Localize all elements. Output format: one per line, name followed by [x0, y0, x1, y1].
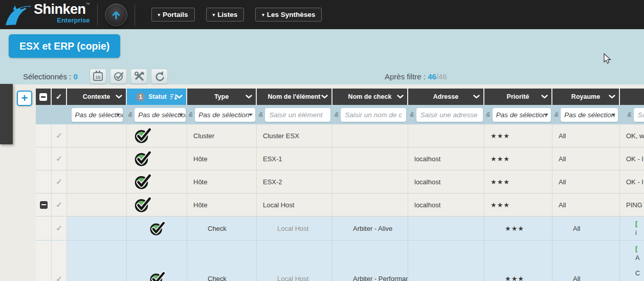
header-contexte[interactable]: Contexte: [67, 89, 127, 105]
validate-button[interactable]: [110, 69, 127, 84]
cell-output: OK - I: [620, 170, 644, 193]
cell-royaume: All: [552, 193, 620, 217]
check-icon: ✓: [56, 154, 62, 163]
tools-icon: [134, 71, 145, 82]
element-filter-input[interactable]: [265, 108, 330, 122]
row-select[interactable]: ✓: [52, 241, 67, 281]
table-row[interactable]: ✓ Hôte Local Host localhost ★★★ All PING: [36, 193, 644, 217]
menu-label: Les Synthèses: [267, 11, 316, 18]
header-collapse-all[interactable]: [36, 89, 52, 105]
row-select[interactable]: ✓: [52, 193, 67, 217]
header-select-all[interactable]: ✓: [52, 89, 67, 105]
header-statut[interactable]: 1 Statut: [127, 89, 187, 105]
cell-type: Hôte: [187, 147, 257, 170]
selection-toolbar: Sélectionnés : 0 15: [23, 68, 637, 85]
output-filter-input[interactable]: [634, 108, 644, 122]
cell-output: PING: [620, 193, 644, 217]
cell-element-name: Local Host: [257, 241, 332, 281]
cell-check-name: [332, 147, 408, 170]
check-filter-input[interactable]: [341, 108, 406, 122]
cell-adresse: localhost: [408, 170, 484, 193]
menu-label: Listes: [217, 11, 237, 18]
cell-check-name: Arbiter - Performance: [332, 241, 408, 281]
menu-portails[interactable]: ▾Portails: [151, 8, 195, 21]
royaume-filter-select[interactable]: Pas de sélection: [561, 108, 618, 122]
status-ok-icon: [134, 150, 151, 167]
chevron-down-icon: [541, 95, 548, 99]
cell-element-name: ESX-2: [257, 170, 332, 193]
caret-down-icon: ▾: [262, 12, 264, 17]
row-select[interactable]: ✓: [52, 147, 67, 170]
cell-royaume: All: [552, 170, 620, 193]
cell-adresse: [408, 241, 484, 281]
topbar-divider: [135, 4, 135, 26]
header-output[interactable]: [620, 89, 644, 105]
brand-logo[interactable]: Shinken™ Enterprise: [3, 3, 90, 27]
status-ok-icon: [149, 271, 165, 281]
undo-button[interactable]: [151, 69, 168, 84]
table-row[interactable]: ✓ Hôte ESX-1 localhost ★★★ All OK - I: [36, 147, 644, 170]
check-icon: ✓: [56, 200, 62, 209]
table-row[interactable]: ✓ Hôte ESX-2 localhost ★★★ All OK - I: [36, 170, 644, 193]
type-filter-select[interactable]: Pas de sélection: [195, 108, 255, 122]
cell-element-name: Local Host: [257, 193, 332, 217]
table-row[interactable]: ✓ Cluster Cluster ESX ★★★ All OK, w: [36, 124, 644, 147]
priorite-filter-select[interactable]: Pas de sélection: [493, 108, 551, 122]
cell-element-name: ESX-1: [257, 147, 332, 170]
check-icon: ✓: [56, 92, 62, 101]
tools-button[interactable]: [130, 69, 147, 84]
cell-element-name: Local Host: [257, 217, 332, 241]
contexte-filter-select[interactable]: Pas de sélection: [72, 108, 123, 122]
dropdown-caret-icon: [249, 114, 253, 116]
header-element[interactable]: Nom de l'élément: [257, 89, 332, 105]
cell-type: Hôte: [187, 193, 257, 217]
chevron-down-icon: [176, 95, 183, 99]
shinken-logo-icon: [3, 3, 33, 27]
row-select[interactable]: ✓: [52, 124, 67, 147]
cell-priorite: ★★★: [484, 217, 552, 241]
chevron-down-icon: [609, 95, 615, 99]
row-select[interactable]: ✓: [52, 170, 67, 193]
cell-priorite: ★★★: [484, 193, 552, 217]
cell-output: [AC: [620, 241, 644, 281]
topbar: Shinken™ Enterprise ▾Portails ▾Listes ▾L…: [0, 0, 644, 29]
cell-check-name: [332, 170, 408, 193]
scroll-top-button[interactable]: [105, 4, 127, 26]
chevron-down-icon: [246, 95, 252, 99]
chevron-down-icon: [321, 95, 328, 99]
caret-down-icon: ▾: [158, 12, 161, 17]
statut-filter-select[interactable]: Pas de sélection: [135, 108, 186, 122]
table-row-check[interactable]: ✓ Check Local Host Arbiter - Alive ★★★ A…: [36, 217, 644, 241]
main-menu: ▾Portails ▾Listes ▾Les Synthèses: [151, 8, 322, 21]
status-ok-icon: [134, 196, 151, 213]
cell-priorite: ★★★: [484, 241, 552, 281]
cell-check-name: [332, 124, 408, 147]
adresse-filter-input[interactable]: [416, 108, 483, 122]
table-header-row: ✓ Contexte 1 Statut Type Nom de l'élémen…: [36, 89, 644, 105]
check-icon: ✓: [56, 131, 62, 140]
cell-priorite: ★★★: [484, 124, 552, 147]
trademark: ™: [86, 2, 90, 7]
menu-les-syntheses[interactable]: ▾Les Synthèses: [255, 8, 322, 21]
sort-order-badge: 1: [136, 93, 145, 101]
collapsed-side-panel[interactable]: [0, 84, 13, 144]
header-priorite[interactable]: Priorité: [484, 89, 552, 105]
cell-output: OK - I: [620, 147, 644, 170]
collapse-row-icon[interactable]: [40, 201, 48, 209]
cell-adresse: [408, 124, 484, 147]
status-ok-icon: [149, 221, 165, 236]
calendar-button[interactable]: 15: [90, 69, 106, 84]
dropdown-caret-icon: [611, 114, 615, 116]
cell-royaume: All: [552, 217, 620, 241]
row-select[interactable]: ✓: [52, 217, 67, 241]
header-adresse[interactable]: Adresse: [408, 89, 484, 105]
header-nom-de-check[interactable]: Nom de check: [332, 89, 408, 105]
check-circle-icon: [113, 71, 124, 82]
table-row-check[interactable]: ✓ Check Local Host Arbiter - Performance…: [36, 241, 644, 281]
header-type[interactable]: Type: [187, 89, 257, 105]
add-button[interactable]: +: [17, 91, 32, 106]
menu-listes[interactable]: ▾Listes: [206, 8, 245, 21]
cell-royaume: All: [552, 124, 620, 147]
menu-label: Portails: [163, 11, 188, 18]
header-royaume[interactable]: Royaume: [552, 89, 620, 105]
